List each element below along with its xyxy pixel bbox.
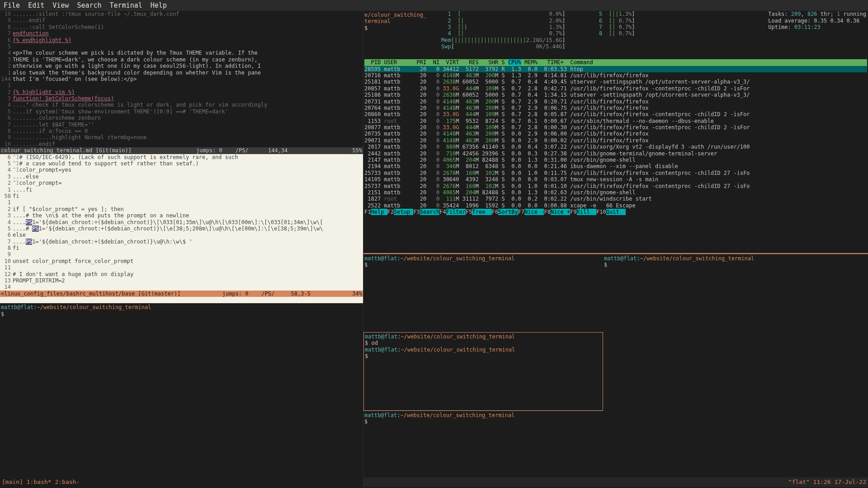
tmux-windows[interactable]: [main] 1:bash* 2:bash-	[2, 479, 80, 486]
prompt-path: ~/website/colour_switching_terminal	[400, 255, 514, 262]
menu-help[interactable]: Help	[151, 1, 167, 9]
status-right: 34%	[352, 291, 362, 297]
prompt-path: ~/website/colour_switching_terminal	[400, 412, 514, 418]
prompt-path: ~/website/colour_switching_terminal	[401, 347, 515, 353]
menu-view[interactable]: View	[52, 1, 69, 9]
vim-buffer-bashrc[interactable]: 6^I# (ISO/IEC-6429). (Lack of such suppo…	[0, 154, 363, 291]
right-terminals: mattb@flat:~/website/colour_switching_te…	[603, 254, 868, 488]
terminal-mid-top[interactable]: mattb@flat:~/website/colour_switching_te…	[363, 254, 603, 332]
vim-cmdline-light[interactable]	[0, 297, 363, 303]
prompt-path: ~/website/colour_switching_terminal	[401, 333, 515, 340]
htop-title-a: e/colour_switching_	[364, 12, 426, 18]
prompt-path: ~/website/colour_switching_terminal	[640, 255, 754, 262]
prompt-ps[interactable]: $	[364, 418, 602, 425]
terminal-right[interactable]: mattb@flat:~/website/colour_switching_te…	[603, 254, 868, 488]
htop-pane[interactable]: e/colour_switching_ terminal $ 1 [0.0%] …	[363, 11, 868, 254]
tmux-workspace: 10.......:silent :!tmux source-file ~/.t…	[0, 11, 868, 477]
tmux-clock: "flat" 11:26 17-Jul-22	[788, 479, 866, 486]
htop-title-b: terminal	[364, 18, 391, 24]
status-right: 55%	[352, 147, 362, 154]
vim-statusline-bottom: <linux_config_files/bashrc_multihost/bas…	[0, 291, 363, 297]
menu-edit[interactable]: Edit	[28, 1, 44, 9]
vim-buffer-markdown[interactable]: 10.......:silent :!tmux source-file ~/.t…	[0, 11, 363, 147]
prompt-ps[interactable]: $	[364, 262, 602, 268]
prompt-path: ~/website/colour_switching_terminal	[37, 304, 151, 310]
status-mid: jumps: 0 /PS/ 58,3-5	[222, 291, 311, 297]
app-menubar[interactable]: File Edit View Search Terminal Help	[0, 0, 868, 11]
vim-pane[interactable]: 10.......:silent :!tmux source-file ~/.t…	[0, 11, 363, 488]
prompt-ps[interactable]: $	[365, 353, 602, 359]
status-left: colour_switching_terminal.md [Git(main)]	[1, 147, 132, 154]
status-left: <linux_config_files/bashrc_multihost/bas…	[1, 291, 180, 297]
status-mid: jumps: 0 /PS/ 144,34	[196, 147, 288, 154]
cmd-line: $ od	[365, 340, 602, 346]
menu-search[interactable]: Search	[77, 1, 101, 9]
menu-file[interactable]: File	[4, 1, 20, 9]
menu-terminal[interactable]: Terminal	[110, 1, 142, 9]
vim-statusline-top: colour_switching_terminal.md [Git(main)]…	[0, 147, 363, 154]
prompt-host: mattb@flat	[1, 304, 33, 310]
terminal-mid-active[interactable]: mattb@flat:~/website/colour_switching_te…	[363, 332, 603, 411]
prompt-ps[interactable]: $	[1, 311, 362, 317]
prompt-ps[interactable]: $	[604, 262, 867, 268]
left-terminal[interactable]: mattb@flat:~/website/colour_switching_te…	[0, 303, 363, 488]
terminal-mid-bottom[interactable]: mattb@flat:~/website/colour_switching_te…	[363, 411, 603, 488]
mid-terminals: mattb@flat:~/website/colour_switching_te…	[363, 254, 603, 488]
